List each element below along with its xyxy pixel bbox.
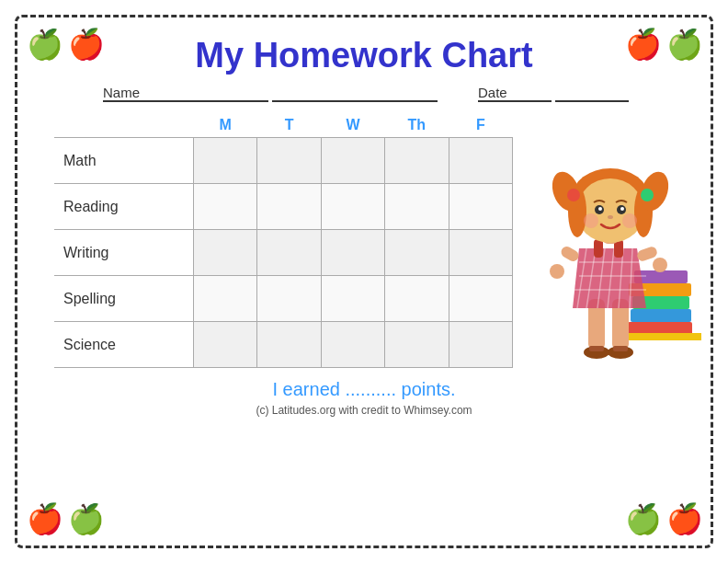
apple-bottom-2right: 🍏 (625, 501, 660, 536)
svg-rect-1 (631, 309, 691, 322)
day-cell (449, 184, 512, 230)
day-cell (321, 230, 384, 276)
day-header-tue: T (257, 113, 321, 138)
earned-text: I earned .......... points. (27, 379, 701, 400)
date-field: Date (474, 85, 629, 102)
day-cell (321, 184, 384, 230)
credit-text: (c) Latitudes.org with credit to Whimsey… (27, 404, 701, 417)
day-cell (385, 184, 449, 230)
day-cell (257, 230, 321, 276)
table-row: Writing (54, 230, 513, 276)
day-cell (193, 276, 256, 322)
day-cell (385, 230, 449, 276)
apple-top-2left: 🍎 (68, 27, 103, 62)
page-title: My Homework Chart (27, 36, 701, 75)
day-cell (257, 138, 321, 184)
girl-svg (531, 129, 701, 368)
illustration (531, 113, 701, 368)
day-cell (449, 230, 512, 276)
day-cell (449, 276, 512, 322)
subject-cell: Math (54, 138, 193, 184)
day-header-thu: Th (385, 113, 449, 138)
svg-rect-0 (628, 322, 692, 335)
apple-bottom-left: 🍎 (27, 501, 62, 536)
name-field: Name (99, 85, 438, 102)
subject-cell: Writing (54, 230, 193, 276)
svg-point-44 (622, 213, 637, 228)
svg-marker-12 (573, 248, 646, 308)
day-cell (321, 138, 384, 184)
svg-point-24 (550, 264, 564, 279)
apple-top-2right: 🍎 (625, 27, 660, 62)
day-cell (193, 138, 256, 184)
apple-top-right: 🍏 (666, 27, 701, 62)
day-header-mon: M (193, 113, 256, 138)
day-header-wed: W (321, 113, 384, 138)
svg-rect-4 (634, 270, 688, 283)
day-cell (321, 276, 384, 322)
subject-cell: Science (54, 322, 193, 368)
apple-bottom-right: 🍎 (666, 501, 701, 536)
svg-point-42 (608, 215, 613, 219)
day-cell (385, 276, 449, 322)
homework-chart-card: 🍏 🍎 🍏 🍎 🍎 🍏 🍎 🍏 My Homework Chart Name D… (15, 15, 713, 548)
subject-header (54, 113, 193, 138)
svg-rect-11 (613, 346, 628, 351)
day-cell (193, 230, 256, 276)
svg-point-43 (584, 213, 598, 228)
svg-point-25 (653, 258, 667, 272)
chart-area: M T W Th F MathReadingWritingSpellingSci… (54, 113, 701, 368)
table-row: Math (54, 138, 513, 184)
day-header-fri: F (449, 113, 512, 138)
svg-rect-5 (623, 333, 701, 340)
day-cell (449, 138, 512, 184)
svg-point-31 (577, 178, 643, 241)
svg-point-37 (641, 189, 654, 201)
apple-top-left: 🍏 (27, 27, 62, 62)
table-row: Reading (54, 184, 513, 230)
apple-bottom-2left: 🍏 (68, 501, 103, 536)
day-cell (193, 322, 256, 368)
day-cell (449, 322, 512, 368)
day-cell (257, 322, 321, 368)
table-row: Spelling (54, 276, 513, 322)
table-row: Science (54, 322, 513, 368)
table-header-row: M T W Th F (54, 113, 513, 138)
name-date-row: Name Date (27, 85, 701, 102)
day-cell (385, 322, 449, 368)
day-cell (257, 276, 321, 322)
footer: I earned .......... points. (c) Latitude… (27, 379, 701, 417)
day-cell (257, 184, 321, 230)
day-cell (193, 184, 256, 230)
day-cell (321, 322, 384, 368)
svg-point-35 (567, 189, 580, 201)
subject-cell: Spelling (54, 276, 193, 322)
homework-table: M T W Th F MathReadingWritingSpellingSci… (54, 113, 513, 368)
day-cell (385, 138, 449, 184)
svg-rect-26 (594, 239, 603, 258)
svg-rect-22 (559, 245, 580, 263)
svg-point-41 (620, 207, 624, 211)
svg-point-40 (598, 207, 602, 211)
table-body: MathReadingWritingSpellingScience (54, 138, 513, 368)
svg-rect-10 (589, 346, 604, 351)
subject-cell: Reading (54, 184, 193, 230)
